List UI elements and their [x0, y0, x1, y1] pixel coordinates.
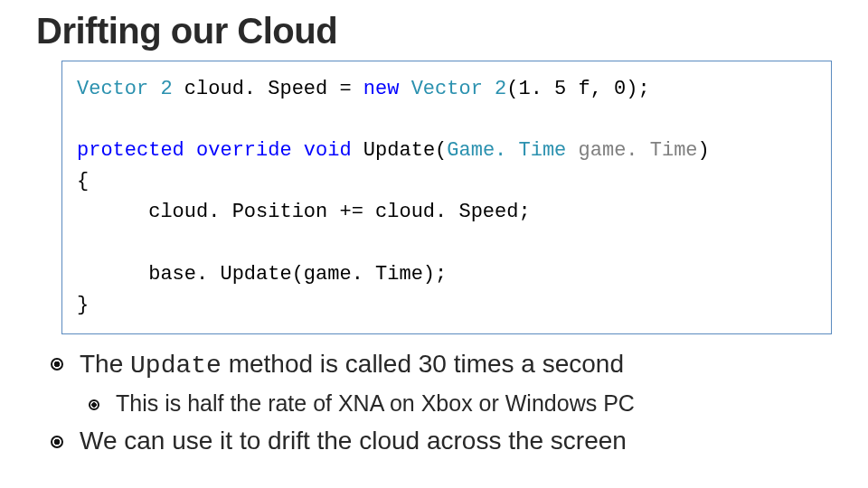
slide: Drifting our Cloud Vector 2 cloud. Speed… — [0, 0, 868, 482]
code-line-1: Vector 2 cloud. Speed = new Vector 2(1. … — [77, 78, 650, 100]
code-line-2: protected override void Update(Game. Tim… — [77, 139, 710, 162]
code-token-keyword: new — [363, 78, 400, 100]
bullet-subitem: This is half the rate of XNA on Xbox or … — [36, 389, 832, 419]
inline-code: Update — [130, 352, 222, 380]
code-box: Vector 2 cloud. Speed = new Vector 2(1. … — [61, 61, 832, 334]
code-line-5: base. Update(game. Time); — [77, 263, 447, 286]
bullet-list: The Update method is called 30 times a s… — [36, 347, 832, 458]
code-token-type: Vector 2 — [411, 78, 507, 100]
code-line-3: { — [77, 170, 89, 192]
code-token-type: Vector 2 — [77, 78, 173, 100]
slide-title: Drifting our Cloud — [36, 11, 832, 52]
bullet-item: The Update method is called 30 times a s… — [36, 347, 832, 383]
bullet-item: We can use it to drift the cloud across … — [36, 424, 832, 458]
code-line-4: cloud. Position += cloud. Speed; — [77, 201, 531, 223]
code-line-6: } — [77, 294, 89, 316]
